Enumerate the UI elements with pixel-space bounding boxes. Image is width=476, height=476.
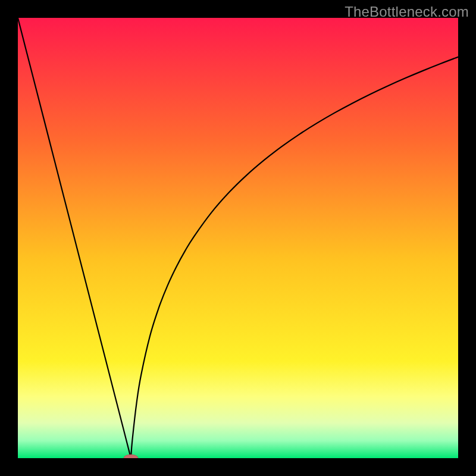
chart-frame: TheBottleneck.com (0, 0, 476, 476)
chart-svg (18, 18, 458, 458)
plot-area (18, 18, 458, 458)
